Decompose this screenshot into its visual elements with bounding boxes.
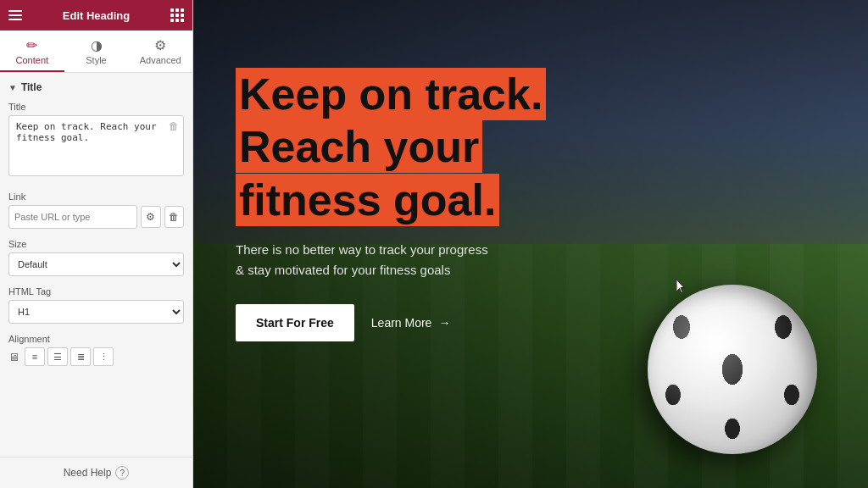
main-heading: Keep on track. Reach your fitness goal. (236, 68, 546, 226)
tab-advanced[interactable]: ⚙ Advanced (128, 30, 192, 72)
subtext-line2: & stay motivated for your fitness goals (236, 260, 546, 280)
url-delete-icon[interactable]: 🗑 (164, 206, 185, 228)
url-settings-icon[interactable]: ⚙ (141, 206, 161, 228)
section-arrow-icon: ▼ (8, 83, 17, 92)
title-textarea-wrapper: Keep on track. Reach your fitness goal. … (8, 115, 184, 180)
style-icon: ◑ (91, 37, 103, 53)
title-field-row: Title Keep on track. Reach your fitness … (8, 102, 184, 180)
align-center-btn[interactable]: ☰ (47, 347, 68, 366)
start-for-free-button[interactable]: Start For Free (236, 304, 354, 341)
subtext-line1: There is no better way to track your pro… (236, 240, 546, 260)
panel-tabs: ✏ Content ◑ Style ⚙ Advanced (0, 30, 192, 73)
learn-more-button[interactable]: Learn More → (371, 316, 451, 330)
align-left-btn[interactable]: ≡ (25, 347, 45, 366)
tab-style[interactable]: ◑ Style (64, 30, 129, 72)
size-field-row: Size Default Small Medium Large XL XXL (8, 239, 184, 276)
need-help-row[interactable]: Need Help ? (8, 466, 184, 480)
learn-more-arrow-icon: → (438, 316, 450, 330)
panel-title: Edit Heading (22, 9, 170, 22)
help-circle-icon[interactable]: ? (115, 466, 129, 480)
html-tag-field-row: HTML Tag H1 H2 H3 H4 H5 H6 div span p (8, 286, 184, 324)
html-tag-field-label: HTML Tag (8, 286, 184, 297)
tab-style-label: Style (86, 55, 106, 65)
heading-line1: Keep on track. (236, 68, 546, 120)
section-title-row: ▼ Title (8, 81, 184, 93)
tab-content[interactable]: ✏ Content (0, 30, 64, 72)
title-delete-icon[interactable]: 🗑 (169, 120, 179, 132)
alignment-row: 🖥 ≡ ☰ ≣ ⋮ (8, 347, 184, 366)
preview-area: Keep on track. Reach your fitness goal. … (193, 0, 868, 488)
link-field-row: Link ⚙ 🗑 (8, 191, 184, 229)
align-buttons-group: ≡ ☰ ≣ ⋮ (25, 347, 114, 366)
url-input[interactable] (8, 205, 137, 229)
url-input-row: ⚙ 🗑 (8, 205, 184, 229)
title-textarea[interactable]: Keep on track. Reach your fitness goal. (8, 115, 184, 176)
soccer-ball (648, 285, 817, 454)
heading-line3: fitness goal. (236, 174, 546, 226)
tab-advanced-label: Advanced (140, 55, 181, 65)
panel-content: ▼ Title Title Keep on track. Reach your … (0, 73, 192, 457)
preview-content: Keep on track. Reach your fitness goal. … (236, 68, 546, 341)
apps-grid-icon[interactable] (170, 8, 184, 22)
section-title-label: Title (21, 81, 42, 93)
hamburger-menu-icon[interactable] (8, 10, 22, 20)
title-field-label: Title (8, 102, 184, 112)
html-tag-select[interactable]: H1 H2 H3 H4 H5 H6 div span p (8, 300, 184, 324)
align-right-btn[interactable]: ≣ (70, 347, 91, 366)
cta-buttons: Start For Free Learn More → (236, 304, 546, 341)
need-help-label: Need Help (64, 467, 112, 479)
advanced-icon: ⚙ (154, 37, 166, 53)
left-panel: Edit Heading ✏ Content ◑ Style ⚙ Advance… (0, 0, 193, 488)
panel-header: Edit Heading (0, 0, 192, 30)
align-justify-btn[interactable]: ⋮ (93, 347, 114, 366)
alignment-field-row: Alignment 🖥 ≡ ☰ ≣ ⋮ (8, 334, 184, 366)
learn-more-label: Learn More (371, 316, 432, 330)
alignment-field-label: Alignment (8, 334, 184, 344)
panel-footer: Need Help ? (0, 457, 192, 488)
heading-line2: Reach your (236, 120, 546, 173)
tab-content-label: Content (16, 55, 49, 65)
content-icon: ✏ (26, 37, 37, 53)
link-field-label: Link (8, 191, 184, 202)
size-select[interactable]: Default Small Medium Large XL XXL (8, 252, 184, 276)
monitor-icon: 🖥 (8, 351, 19, 363)
size-field-label: Size (8, 239, 184, 249)
sub-text: There is no better way to track your pro… (236, 240, 546, 280)
